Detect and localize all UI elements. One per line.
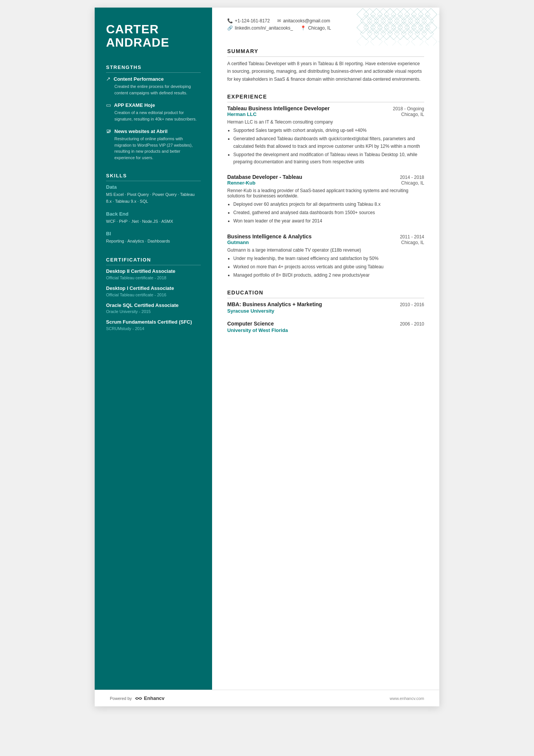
exp-bullet-2-0: Deployed over 60 analytics projects for … xyxy=(233,201,424,208)
edu-header-2: Computer Science 2006 - 2010 xyxy=(227,321,424,327)
edu-school-2: University of West Florida xyxy=(227,327,424,333)
edu-header-1: MBA: Business Analytics + Marketing 2010… xyxy=(227,301,424,307)
content-performance-icon: ↗ xyxy=(106,76,111,82)
location-contact: 📍 Chicago, IL xyxy=(300,25,331,31)
linkedin-value: linkedin.com/in/_anitacooks_ xyxy=(235,25,293,31)
strength-title-2: APP EXAME Hoje xyxy=(114,102,155,108)
skills-bi-list: Reporting · Analytics · Dashboards xyxy=(106,238,201,245)
exp-header-2: Database Developer - Tableau 2014 - 2018 xyxy=(227,174,424,180)
footer: Powered by Enhancv www.enhancv.com xyxy=(95,690,439,706)
exp-company-row-2: Renner-Kub Chicago, IL xyxy=(227,180,424,186)
exp-date-1: 2018 - Ongoing xyxy=(393,106,424,111)
skills-data-list: MS Excel · Pivot Query · Power Query · T… xyxy=(106,191,201,205)
exp-item-2: Database Developer - Tableau 2014 - 2018… xyxy=(227,174,424,225)
skills-data: Data MS Excel · Pivot Query · Power Quer… xyxy=(106,184,201,205)
cert-section-title: CERTIFICATION xyxy=(106,257,201,265)
strength-item-2: ▭ APP EXAME Hoje Creation of a new edito… xyxy=(106,102,201,122)
exp-location-1: Chicago, IL xyxy=(401,112,424,117)
summary-section-title: SUMMARY xyxy=(227,48,424,57)
exp-title-2: Database Developer - Tableau xyxy=(227,174,302,180)
email-value: anitacooks@gmail.com xyxy=(283,18,330,23)
last-name: ANDRADE xyxy=(106,36,201,49)
svg-rect-1 xyxy=(356,8,439,45)
cert-item-4: Scrum Fundamentals Certified (SFC) SCRUM… xyxy=(106,319,201,331)
exp-company-desc-2: Renner-Kub is a leading provider of SaaS… xyxy=(227,188,424,199)
brand-name: Enhancv xyxy=(144,695,164,701)
exp-bullet-2-1: Created, gathered and analysed data dash… xyxy=(233,209,424,216)
skills-bi-label: BI xyxy=(106,231,201,236)
strength-item-1: ↗ Content Performance Created the entire… xyxy=(106,76,201,96)
header-bar: 📞 +1-124-161-8172 ✉ anitacooks@gmail.com… xyxy=(212,8,439,38)
skills-backend-label: Back End xyxy=(106,211,201,217)
edu-degree-2: Computer Science xyxy=(227,321,274,327)
cert-sub-3: Oracle University - 2015 xyxy=(106,309,201,314)
resume-body: CARTER ANDRADE STRENGTHS ↗ Content Perfo… xyxy=(95,8,439,690)
cert-item-3: Oracle SQL Certified Associate Oracle Un… xyxy=(106,302,201,314)
edu-item-2: Computer Science 2006 - 2010 University … xyxy=(227,321,424,333)
strength-title-3: News websites at Abril xyxy=(114,128,167,134)
skills-bi: BI Reporting · Analytics · Dashboards xyxy=(106,231,201,245)
exp-title-1: Tableau Business Intelligence Developer xyxy=(227,105,330,111)
skills-backend: Back End WCF · PHP · .Net · Node.JS · AS… xyxy=(106,211,201,225)
email-contact: ✉ anitacooks@gmail.com xyxy=(277,18,330,23)
education-section-title: EDUCATION xyxy=(227,290,424,298)
email-icon: ✉ xyxy=(277,18,281,23)
exp-title-3: Business Intelligence & Analytics xyxy=(227,233,312,239)
phone-contact: 📞 +1-124-161-8172 xyxy=(227,18,270,23)
cert-item-1: Desktop II Certified Associate Official … xyxy=(106,268,201,280)
enhancv-logo-svg xyxy=(135,696,142,701)
exp-company-desc-3: Gutmann is a large international cable T… xyxy=(227,247,424,253)
enhancv-logo: Enhancv xyxy=(135,695,164,701)
exp-date-2: 2014 - 2018 xyxy=(400,175,424,180)
cert-name-2: Desktop I Certified Associate xyxy=(106,285,201,292)
edu-date-1: 2010 - 2016 xyxy=(400,302,424,307)
main-body: SUMMARY A certified Tableau Developer wi… xyxy=(212,38,439,355)
cert-name-4: Scrum Fundamentals Certified (SFC) xyxy=(106,319,201,326)
strength-desc-3: Restructuring of online platforms with m… xyxy=(106,136,201,161)
skills-section-title: SKILLS xyxy=(106,173,201,181)
location-value: Chicago, IL xyxy=(308,25,331,31)
exp-date-3: 2011 - 2014 xyxy=(400,234,424,239)
geometric-pattern xyxy=(356,8,439,45)
exp-item-1: Tableau Business Intelligence Developer … xyxy=(227,105,424,166)
experience-section-title: EXPERIENCE xyxy=(227,94,424,102)
strength-desc-1: Created the entire process for developin… xyxy=(106,83,201,96)
exp-bullet-2-2: Won team leader of the year award for 20… xyxy=(233,218,424,225)
exp-location-2: Chicago, IL xyxy=(401,180,424,186)
location-icon: 📍 xyxy=(300,25,306,31)
edu-date-2: 2006 - 2010 xyxy=(400,321,424,327)
skills-backend-list: WCF · PHP · .Net · Node.JS · ASMX xyxy=(106,218,201,225)
name-block: CARTER ANDRADE xyxy=(106,23,201,49)
cert-name-3: Oracle SQL Certified Associate xyxy=(106,302,201,309)
skills-data-label: Data xyxy=(106,184,201,190)
exp-bullet-1-2: Supported the development and modificati… xyxy=(233,151,424,166)
exp-bullets-3: Under my leadership, the team raised eff… xyxy=(227,255,424,279)
strength-desc-2: Creation of a new editorial product for … xyxy=(106,110,201,122)
exp-bullets-1: Supported Sales targets with cohort anal… xyxy=(227,127,424,166)
exp-header-1: Tableau Business Intelligence Developer … xyxy=(227,105,424,111)
phone-value: +1-124-161-8172 xyxy=(235,18,270,23)
cert-name-1: Desktop II Certified Associate xyxy=(106,268,201,275)
cert-item-2: Desktop I Certified Associate Official T… xyxy=(106,285,201,297)
exp-company-row-1: Herman LLC Chicago, IL xyxy=(227,111,424,117)
strength-item-3: 🖳 News websites at Abril Restructuring o… xyxy=(106,128,201,161)
exp-bullet-1-1: Generated advanced Tableau dashboards wi… xyxy=(233,135,424,150)
geo-svg xyxy=(356,8,439,45)
exp-bullet-1-0: Supported Sales targets with cohort anal… xyxy=(233,127,424,134)
linkedin-contact: 🔗 linkedin.com/in/_anitacooks_ xyxy=(227,25,293,31)
app-exame-icon: ▭ xyxy=(106,102,111,108)
main-content-area: 📞 +1-124-161-8172 ✉ anitacooks@gmail.com… xyxy=(212,8,439,690)
footer-website: www.enhancv.com xyxy=(390,696,424,701)
powered-by-label: Powered by xyxy=(110,696,132,701)
summary-text: A certified Tableau Developer with 8 yea… xyxy=(227,60,424,83)
phone-icon: 📞 xyxy=(227,18,233,23)
cert-sub-1: Official Tableau certificate - 2018 xyxy=(106,275,201,280)
edu-school-1: Syracuse University xyxy=(227,308,424,314)
edu-item-1: MBA: Business Analytics + Marketing 2010… xyxy=(227,301,424,314)
news-websites-icon: 🖳 xyxy=(106,128,111,134)
exp-header-3: Business Intelligence & Analytics 2011 -… xyxy=(227,233,424,239)
exp-company-3: Gutmann xyxy=(227,239,249,245)
footer-left: Powered by Enhancv xyxy=(110,695,164,701)
cert-sub-4: SCRUMstudy - 2014 xyxy=(106,326,201,331)
strength-title-1: Content Performance xyxy=(114,76,164,82)
